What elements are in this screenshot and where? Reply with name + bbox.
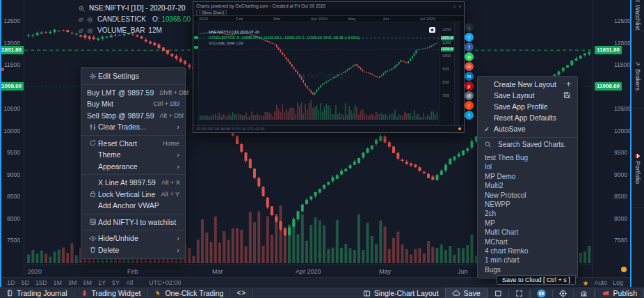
- context-menu-item[interactable]: Buy LMT @ 9897.59Shift + Dbl: [81, 87, 185, 99]
- left-price-axis[interactable]: 1250012000115001050010000950090008500800…: [0, 0, 24, 277]
- saved-chart-item[interactable]: NEWPP: [478, 200, 577, 209]
- layout-menu-item[interactable]: Save Layout: [478, 90, 577, 101]
- button-label: Publish: [613, 289, 637, 297]
- one-click-trading-button[interactable]: One-Click Trading: [147, 288, 230, 298]
- trading-journal-button[interactable]: Trading Journal: [0, 288, 74, 298]
- bank-button[interactable]: [574, 288, 594, 298]
- saved-chart-item[interactable]: lol: [478, 162, 577, 171]
- reddit-share-icon[interactable]: r: [465, 101, 474, 110]
- saved-chart-item[interactable]: 1 min chart: [478, 256, 577, 265]
- saved-chart-item[interactable]: test Thea Bug: [478, 153, 577, 162]
- layout-menu-item[interactable]: Create New Layout+: [478, 79, 577, 90]
- right-price-axis[interactable]: 1250012000115001050010000950090008500800…: [593, 0, 630, 277]
- shortcut-label: Alt + Y: [161, 191, 179, 198]
- layout-menu-item[interactable]: ✓AutoSave: [478, 123, 577, 134]
- saved-chart-item[interactable]: Bugs: [478, 265, 577, 274]
- eye-slash-icon[interactable]: [78, 28, 84, 34]
- linkedin-share-icon[interactable]: in: [465, 72, 474, 81]
- range-button-all[interactable]: All: [126, 279, 133, 286]
- layout-menu-item-label: Save App Profile: [494, 102, 571, 111]
- range-button-6m[interactable]: 6M: [83, 279, 92, 286]
- saved-chart-item[interactable]: MP: [478, 219, 577, 228]
- context-menu-item[interactable]: Appearance›: [81, 161, 185, 173]
- email-share-icon[interactable]: @: [465, 91, 474, 100]
- context-menu-item[interactable]: Reset ChartHome: [81, 138, 185, 150]
- saved-chart-item[interactable]: Multi2: [478, 181, 577, 190]
- range-button-1y[interactable]: 1Y: [98, 279, 106, 286]
- context-menu-item[interactable]: Sell Stop @ 9897.59Alt + Dbl: [81, 110, 185, 122]
- chevron-right-icon: ›: [177, 234, 179, 242]
- save-button[interactable]: Save: [446, 288, 487, 298]
- gear-icon[interactable]: [86, 27, 94, 35]
- download-share-icon[interactable]: ↓: [465, 23, 474, 32]
- context-menu-item[interactable]: Add Anchor VWAP: [81, 200, 185, 212]
- bank-icon: [580, 290, 588, 297]
- snapshot-month-label: Feb: [236, 17, 243, 21]
- search-saved-charts-input[interactable]: [497, 140, 573, 149]
- range-button-5d[interactable]: 5D: [22, 279, 30, 286]
- range-button-1d[interactable]: 1D: [7, 279, 15, 286]
- saved-chart-item[interactable]: MChart: [478, 237, 577, 246]
- snapshot-chart-tab[interactable]: • (New Chart): [196, 10, 227, 15]
- saved-charts-search[interactable]: [478, 137, 577, 151]
- publish-button[interactable]: Publish: [595, 288, 643, 298]
- saved-chart-item[interactable]: New Protocol: [478, 191, 577, 200]
- facebook-share-icon[interactable]: f: [465, 42, 474, 52]
- context-menu-item[interactable]: Theme›: [81, 149, 185, 161]
- timezone-label[interactable]: UTC+02:00: [149, 279, 181, 286]
- context-menu-item[interactable]: Clear Trades...›: [81, 121, 185, 133]
- telegram-share-icon[interactable]: t: [465, 111, 474, 120]
- context-menu-item[interactable]: Buy MktCtrl + Dbl: [81, 98, 185, 110]
- context-menu-item[interactable]: Hide/Unhide›: [81, 233, 185, 244]
- square-button[interactable]: [488, 288, 508, 298]
- side-tab-portfolio[interactable]: Portfolio: [631, 150, 644, 207]
- saved-chart-item[interactable]: MP Demo: [478, 172, 577, 181]
- range-button-1m[interactable]: 1M: [54, 279, 63, 286]
- lock-icon: [87, 190, 98, 198]
- saved-chart-item[interactable]: Multi Chart: [478, 228, 577, 237]
- snapshot-month-label: Jul 2020: [420, 17, 436, 21]
- googleplus-share-icon[interactable]: G: [465, 62, 474, 71]
- context-menu-item[interactable]: Edit Settings: [81, 70, 185, 82]
- code-button[interactable]: <>: [230, 288, 252, 298]
- ohlc-label: O:: [152, 15, 160, 23]
- context-menu-item[interactable]: Lock Vertical LineAlt + Y: [81, 189, 185, 201]
- gear-icon[interactable]: [86, 16, 94, 24]
- close-icon[interactable]: ×: [458, 4, 461, 8]
- context-menu-item-label: Buy LMT @ 9897.59: [87, 88, 154, 97]
- context-menu-section: Add NIFTY-I to watchlist: [81, 214, 185, 230]
- context-menu-item[interactable]: Delete›: [81, 244, 185, 256]
- saved-chart-item[interactable]: 2ch: [478, 209, 577, 218]
- log-scale-toggle[interactable]: Log: [613, 279, 623, 286]
- trading-widget-button[interactable]: Trading Widget: [74, 288, 147, 298]
- layout-menu-item[interactable]: Save App Profile: [478, 101, 577, 112]
- single-chart-layout-button[interactable]: Single-Chart Layout: [357, 288, 445, 298]
- twitter-share-icon[interactable]: t: [465, 33, 474, 42]
- eye-slash-icon[interactable]: [78, 17, 84, 23]
- context-menu-item[interactable]: X Line At 9897.59Alt + X: [81, 177, 185, 189]
- saved-chart-item[interactable]: 4 chart Renko: [478, 246, 577, 256]
- magnifier-icon[interactable]: [78, 5, 86, 13]
- time-axis-label: 2020: [28, 268, 42, 275]
- auto-scale-toggle[interactable]: Auto: [594, 279, 607, 286]
- side-tab-brokers[interactable]: Brokers: [631, 58, 644, 109]
- expand-button[interactable]: [509, 288, 529, 298]
- snapshot-tab-bar: • (New Chart): [193, 10, 464, 16]
- resize-icon[interactable]: □: [453, 4, 456, 8]
- range-button-5y[interactable]: 5Y: [112, 279, 120, 286]
- side-tab-watchlist[interactable]: Watchlist: [631, 0, 644, 31]
- time-axis-label: May: [379, 268, 391, 275]
- range-button-3m[interactable]: 3M: [68, 279, 77, 286]
- camera-button[interactable]: [531, 288, 552, 298]
- star-icon[interactable]: ★: [582, 279, 588, 287]
- range-button-15d[interactable]: 15D: [35, 279, 47, 286]
- snapshot-mini-chart: ◉ GoChartingNSE:NIFTY-I [1D] 2020-07-20C…: [199, 22, 440, 125]
- whatsapp-share-icon[interactable]: w: [465, 52, 474, 61]
- target-button[interactable]: [553, 288, 573, 298]
- snapshot-month-label: May: [348, 17, 355, 21]
- context-menu-item[interactable]: Add NIFTY-I to watchlist: [81, 217, 185, 228]
- layout-menu-item[interactable]: Reset App Defaults: [478, 112, 577, 123]
- snapshot-month-label: 2020: [199, 17, 208, 21]
- pinterest-share-icon[interactable]: p: [465, 81, 474, 91]
- layout-menu: Create New Layout+Save LayoutSave App Pr…: [477, 76, 578, 279]
